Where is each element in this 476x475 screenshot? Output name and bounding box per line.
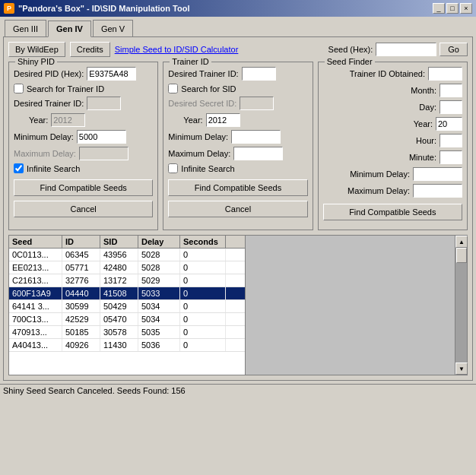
table-cell: 5028: [138, 261, 180, 274]
table-cell: 0: [180, 339, 226, 351]
sf-max-delay-input[interactable]: [413, 184, 462, 198]
year-input[interactable]: [51, 113, 85, 127]
table-cell: 32776: [62, 274, 100, 287]
table-cell: 43956: [100, 249, 138, 261]
trainer-year-label: Year:: [183, 116, 202, 125]
go-button[interactable]: Go: [440, 43, 468, 56]
trainer-min-delay-input[interactable]: [231, 130, 281, 144]
table-cell: 50429: [100, 300, 138, 312]
sf-hour-row: Hour:: [323, 134, 462, 147]
app-icon: P: [4, 3, 14, 14]
scroll-thumb[interactable]: [456, 248, 467, 263]
table-cell: 5034: [138, 313, 180, 325]
desired-trainer-id-input[interactable]: [87, 97, 121, 110]
table-row[interactable]: 0C0113...063454395650280: [9, 249, 245, 261]
sf-month-input[interactable]: [440, 84, 462, 97]
sf-minute-row: Minute:: [323, 150, 462, 164]
trainer-min-delay-row: Minimum Delay:: [168, 130, 307, 144]
table-cell: EE0213...: [9, 261, 62, 274]
max-delay-input[interactable]: [79, 147, 129, 160]
right-panel: [245, 236, 455, 375]
window-controls: _ □ ×: [433, 3, 472, 14]
seed-finder-find-button[interactable]: Find Compatible Seeds: [323, 204, 462, 220]
shiny-pid-find-button[interactable]: Find Compatible Seeds: [14, 179, 153, 196]
sf-trainer-id-label: Trainer ID Obtained:: [323, 69, 425, 78]
sf-day-input[interactable]: [440, 100, 462, 114]
sf-hour-input[interactable]: [440, 134, 462, 147]
table-row[interactable]: 64141 3...305995042950340: [9, 300, 245, 313]
desired-pid-row: Desired PID (Hex):: [14, 67, 153, 81]
close-button[interactable]: ×: [460, 3, 472, 14]
shiny-pid-panel: Shiny PID Desired PID (Hex): Search for …: [8, 62, 158, 230]
max-delay-row: Maximum Delay:: [14, 147, 153, 160]
col-seconds-header: Seconds: [180, 236, 226, 248]
table-body: 0C0113...063454395650280EE0213...0577142…: [9, 249, 245, 375]
sf-minute-input[interactable]: [440, 150, 462, 164]
desired-pid-label: Desired PID (Hex):: [14, 69, 84, 78]
sf-min-delay-input[interactable]: [413, 167, 462, 181]
shiny-pid-cancel-button[interactable]: Cancel: [14, 201, 153, 217]
table-row[interactable]: 470913...501853057850350: [9, 326, 245, 339]
seed-finder-panel: Seed Finder Trainer ID Obtained: Month: …: [318, 62, 468, 230]
wild-eep-button[interactable]: By WildEep: [8, 42, 65, 57]
col-sid-header: SID: [100, 236, 138, 248]
tab-gen3[interactable]: Gen III: [5, 20, 46, 36]
search-sid-row: Search for SID: [168, 84, 307, 93]
trainer-id-find-button[interactable]: Find Compatible Seeds: [168, 179, 307, 196]
scroll-down-button[interactable]: ▼: [455, 363, 468, 375]
search-trainer-id-checkbox[interactable]: [14, 84, 24, 93]
trainer-infinite-row: Infinite Search: [168, 163, 307, 173]
table-cell: 13172: [100, 274, 138, 287]
status-text: Shiny Seed Search Canceled. Seeds Found:…: [3, 386, 186, 395]
table-cell: 0: [180, 261, 226, 274]
desired-pid-input[interactable]: [87, 67, 136, 81]
simple-seed-link[interactable]: Simple Seed to ID/SID Calculator: [115, 45, 239, 54]
table-cell: 5034: [138, 300, 180, 312]
trainer-infinite-checkbox[interactable]: [168, 163, 178, 173]
sf-min-delay-label: Minimum Delay:: [323, 169, 410, 179]
trainer-max-delay-input[interactable]: [233, 147, 283, 160]
search-sid-checkbox[interactable]: [168, 84, 178, 93]
credits-button[interactable]: Credits: [70, 42, 110, 57]
table-cell: 5035: [138, 326, 180, 338]
sf-year-input[interactable]: [436, 117, 462, 131]
table-row[interactable]: 600F13A9044404150850330: [9, 287, 245, 300]
table-cell: 5036: [138, 339, 180, 351]
table-cell: 0: [180, 300, 226, 312]
tab-gen5[interactable]: Gen V: [93, 20, 133, 36]
desired-secret-input[interactable]: [240, 97, 274, 110]
desired-trainer-id-row: Desired Trainer ID:: [14, 97, 153, 110]
seed-hex-label: Seed (Hex):: [328, 45, 373, 54]
shiny-pid-buttons: Find Compatible Seeds Cancel: [14, 179, 153, 217]
table-cell: 11430: [100, 339, 138, 351]
minimize-button[interactable]: _: [433, 3, 445, 14]
trainer-year-row: Year:: [168, 113, 307, 127]
scroll-up-button[interactable]: ▲: [455, 236, 468, 248]
seed-finder-buttons: Find Compatible Seeds: [323, 204, 462, 225]
year-row: Year:: [14, 113, 153, 127]
trainer-year-input[interactable]: [206, 113, 240, 127]
seed-hex-input[interactable]: [376, 43, 436, 56]
trainer-desired-input[interactable]: [242, 67, 276, 81]
table-row[interactable]: A40413...409261143050360: [9, 339, 245, 352]
table-cell: 05771: [62, 261, 100, 274]
table-row[interactable]: EE0213...057714248050280: [9, 261, 245, 274]
table-row[interactable]: 700C13...425290547050340: [9, 313, 245, 326]
table-cell: C21613...: [9, 274, 62, 287]
sf-max-delay-row: Maximum Delay:: [323, 184, 462, 198]
table-header: Seed ID SID Delay Seconds: [9, 236, 245, 249]
sf-month-row: Month:: [323, 84, 462, 97]
infinite-search-checkbox[interactable]: [14, 163, 24, 173]
table-cell: 5028: [138, 249, 180, 261]
table-row[interactable]: C21613...327761317250290: [9, 274, 245, 287]
col-id-header: ID: [62, 236, 100, 248]
table-cell: 05470: [100, 313, 138, 325]
maximize-button[interactable]: □: [446, 3, 459, 14]
table-cell: A40413...: [9, 339, 62, 351]
trainer-max-delay-label: Maximum Delay:: [168, 149, 230, 158]
tab-gen4[interactable]: Gen IV: [48, 21, 91, 37]
sf-trainer-id-input[interactable]: [428, 67, 462, 81]
max-delay-label: Maximum Delay:: [14, 149, 76, 158]
min-delay-input[interactable]: [77, 130, 126, 144]
trainer-id-cancel-button[interactable]: Cancel: [168, 201, 307, 217]
